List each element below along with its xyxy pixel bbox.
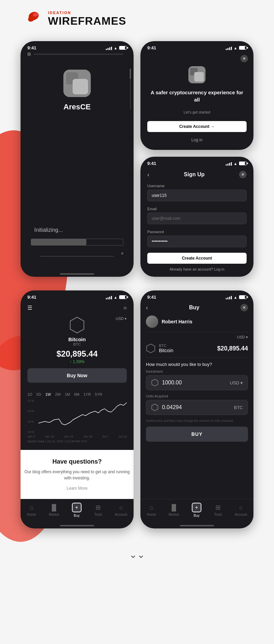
password-group: Password [147,230,247,251]
units-currency: BTC [234,405,243,410]
buy-time: 9:41 [147,295,156,300]
username-label: Username [147,184,247,188]
units-value: 0.04294 [162,404,182,410]
chevron-down-icon: ⌄⌄ [129,549,145,560]
back-button[interactable]: ‹ [147,171,149,178]
svg-marker-5 [152,379,158,386]
nav-home[interactable]: ⌂ Home [27,504,36,516]
buy-header-row: ‹ Buy ✕ [146,302,248,315]
user-name-label: Robert Harris [162,319,192,324]
chart-svg [38,399,127,433]
nav-buy-label: Buy [74,514,79,517]
status-icons: ▲ [106,46,127,50]
learn-more-link[interactable]: Learn More [21,486,134,491]
buy-nav-buy-label: Buy [194,514,199,517]
buy-nav-market[interactable]: ▐▌ Market [169,504,179,516]
brand-text: IDEATION WIREFRAMES [48,11,126,27]
market-search-icon[interactable]: ○ [123,305,127,311]
market-time: 9:41 [27,295,36,300]
buy-account-icon: ○ [239,504,243,511]
units-input-left: 0.04294 [151,404,182,411]
buy-status-bar: 9:41 ▲ [140,290,253,302]
svg-marker-3 [70,317,84,333]
buy-nav-buy[interactable]: + Buy [192,503,201,517]
email-group: Email [147,207,247,228]
market-status-bar: 9:41 ▲ [21,290,134,302]
header: IDEATION WIREFRAMES [0,0,274,34]
wireframes-label: WIREFRAMES [48,15,126,27]
buy-close-button[interactable]: ✕ [240,304,248,311]
chart-tab-5yr[interactable]: 5YR [95,392,102,396]
coin-symbol-label: BTC [73,342,81,346]
welcome-status-icons: ▲ [226,46,247,50]
username-input[interactable] [147,190,247,201]
signup-content: ‹ Sign Up ✕ Username Email Password Crea… [140,168,253,277]
footer-chevron-area: ⌄⌄ [0,542,274,571]
buy-nav-home[interactable]: ⌂ Home [147,504,156,516]
buy-now-button[interactable]: Buy Now [27,368,127,383]
investment-label: Investment [146,370,248,373]
hamburger-icon[interactable]: ☰ [27,305,32,311]
welcome-logo [188,66,206,83]
nav-market[interactable]: ▐▌ Market [49,504,59,516]
chart-tab-5d[interactable]: 5D [36,392,41,396]
buy-title: Buy [189,305,199,311]
initializing-text: Initializing... [34,227,123,233]
home-icon: ⌂ [29,504,33,511]
chart-tab-6m[interactable]: 6M [74,392,79,396]
welcome-phone: 9:41 ▲ ✕ A safer cryptocurrency e [140,41,253,150]
blog-title: Have questions? [21,458,134,465]
investment-currency[interactable]: USD ▾ [230,380,243,385]
chart-tab-1w[interactable]: 1W [45,392,51,396]
market-data-text: Market Data | Jul 14, 2022 1:22:38 PM UT… [27,440,127,443]
account-icon: ○ [119,504,123,511]
top-phones-grid: 9:41 ▲ [0,34,274,290]
close-button[interactable]: ✕ [240,55,248,62]
buy-phone: 9:41 ▲ ‹ Buy ✕ [140,290,253,528]
buy-back-button[interactable]: ‹ [146,304,148,311]
login-button[interactable]: Log in [147,135,247,144]
investment-section: Investment 1000.00 USD ▾ [146,370,248,390]
market-home-indicator [21,522,134,528]
create-account-button[interactable]: Create Account → [147,121,247,132]
buy-coin-price: $20,895.44 [217,345,248,352]
bottom-mini-bar [31,252,123,254]
svg-marker-6 [152,404,158,411]
coin-change-label: ↑ 1.59% [70,359,84,364]
nav-market-label: Market [49,513,59,516]
nav-tools-label: Tools [94,513,102,516]
password-input[interactable] [147,236,247,247]
signup-close-button[interactable]: ✕ [239,171,247,178]
signal-icon [106,46,112,50]
buy-tools-icon: ⊞ [215,504,221,511]
buy-nav-market-label: Market [169,513,179,516]
user-row: Robert Harris [146,315,248,332]
welcome-time: 9:41 [147,45,156,50]
nav-tools[interactable]: ⊞ Tools [94,504,102,516]
buy-wifi-icon: ▲ [234,295,237,299]
signup-status-icons: ▲ [226,162,247,166]
buy-submit-button[interactable]: BUY [146,427,248,442]
email-input[interactable] [147,213,247,224]
welcome-status-bar: 9:41 ▲ [140,41,253,52]
nav-buy[interactable]: + Buy [72,503,82,517]
chart-tab-1m[interactable]: 1M [65,392,70,396]
coin-name-label: Bitcoin [68,336,86,342]
progress-bar [31,239,123,246]
login-link[interactable]: Log in [214,267,224,271]
buy-nav-account[interactable]: ○ Account [235,504,247,516]
buy-currency-selector[interactable]: USD ▾ [237,335,248,339]
bottom-phones-grid: 9:41 ▲ ☰ ○ [0,290,274,542]
create-account-submit-button[interactable]: Create Account [147,253,247,264]
buy-nav-tools[interactable]: ⊞ Tools [214,504,222,516]
buy-coin-hex-icon [146,344,155,353]
chart-tab-1yr[interactable]: 1YR [84,392,91,396]
chart-tab-2w[interactable]: 2W [55,392,61,396]
market-status-icons: ▲ [106,295,127,299]
welcome-title: A safer cryptocurrency experience for al… [147,89,247,103]
nav-account[interactable]: ○ Account [115,504,127,516]
chart-tab-1d[interactable]: 1D [27,392,32,396]
signup-time: 9:41 [147,161,156,166]
currency-selector[interactable]: USD ▾ [116,317,127,321]
investment-input-row[interactable]: 1000.00 USD ▾ [146,375,248,390]
